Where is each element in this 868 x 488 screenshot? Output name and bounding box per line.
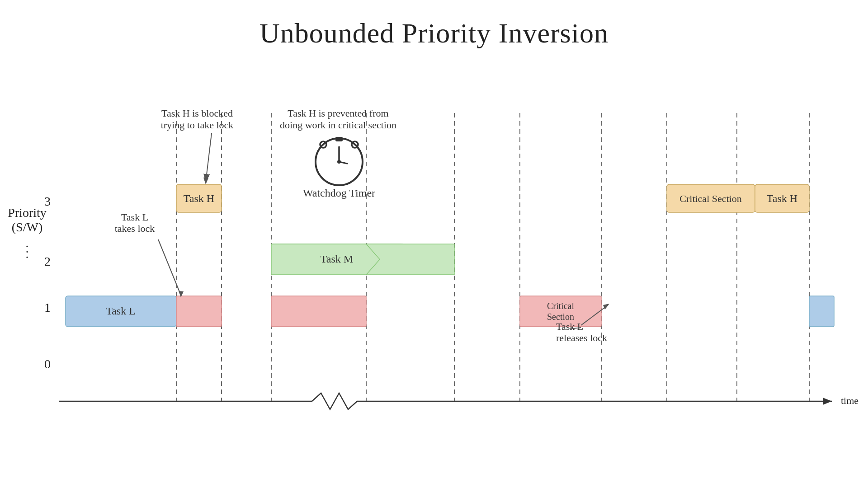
watchdog-clock-hand-hour <box>339 162 347 164</box>
task-l-after-box <box>809 296 834 327</box>
annotation-task-l-releases-2: releases lock <box>556 332 607 343</box>
annotation-prevented-1: Task H is prevented from <box>288 108 388 119</box>
task-h-label-2: Task H <box>767 192 797 204</box>
task-l-critical-section-label1: Critical <box>547 301 574 311</box>
watchdog-clock-knob <box>335 137 343 141</box>
y-label-2: 2 <box>44 254 51 268</box>
task-l-critical-1 <box>176 296 222 327</box>
annotation-task-h-blocked-arrow <box>206 133 212 182</box>
y-label-3: 3 <box>44 194 51 208</box>
task-l-critical-section-label2: Section <box>547 312 574 322</box>
time-label: time <box>841 395 859 406</box>
priority-dots3: · <box>26 250 29 264</box>
annotation-task-h-blocked-2: trying to take lock <box>161 119 234 131</box>
y-label-0: 0 <box>44 357 51 371</box>
critical-section-h-label: Critical Section <box>679 193 741 204</box>
diagram-area: Priority (S/W) · · · 3 2 1 0 time Task L <box>0 50 868 483</box>
annotation-task-l-takes-2: takes lock <box>115 223 155 234</box>
task-l-critical-2 <box>271 296 366 327</box>
annotation-task-l-takes-arrow <box>158 239 181 295</box>
page-title: Unbounded Priority Inversion <box>0 0 868 49</box>
annotation-task-l-releases-1: Task L <box>556 321 583 332</box>
annotation-task-h-blocked-1: Task H is blocked <box>161 108 233 119</box>
annotation-prevented-2: doing work in critical section <box>280 119 396 131</box>
task-h-label-1: Task H <box>184 192 214 204</box>
arrow-tip-3 <box>603 304 609 310</box>
watchdog-timer-label: Watchdog Timer <box>303 187 375 199</box>
svg-marker-2 <box>823 398 832 405</box>
task-l-label: Task L <box>106 305 136 317</box>
task-m-continuation <box>366 244 454 275</box>
annotation-task-l-takes-1: Task L <box>121 211 148 223</box>
y-label-1: 1 <box>44 300 51 314</box>
arrow-tip-1 <box>203 178 208 184</box>
priority-label: Priority <box>8 206 47 220</box>
priority-sub-label: (S/W) <box>12 220 42 234</box>
task-m-label: Task M <box>321 253 353 265</box>
